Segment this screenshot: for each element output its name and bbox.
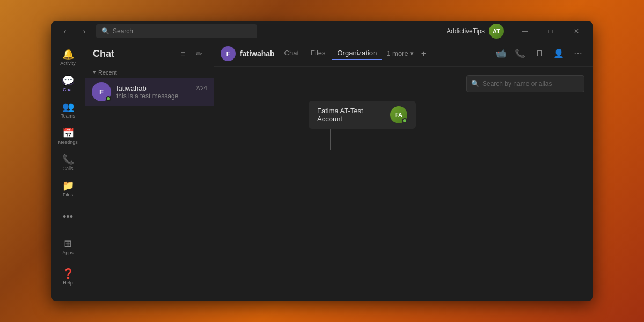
video-call-button[interactable]: 📹 [492,45,509,62]
maximize-button[interactable]: □ [538,21,563,41]
audio-call-button[interactable]: 📞 [511,45,529,62]
header-contact-avatar: F [221,46,236,61]
recent-section-header[interactable]: ▾ Recent [85,67,214,78]
activity-icon: 🔔 [62,49,74,59]
sidebar-item-meetings[interactable]: 📅 Meetings [54,124,82,149]
chat-list-header: Chat ≡ ✏ [85,41,214,67]
title-bar: ‹ › 🔍 Search AddictiveTips AT — □ ✕ [51,21,593,41]
chat-preview: this is a test message [116,92,207,100]
chevron-down-icon: ▾ [410,49,414,57]
sidebar-item-files[interactable]: 📁 Files [54,177,82,202]
sidebar-label-activity: Activity [60,61,76,66]
org-card-name: Fatima AT-Test Account [317,107,384,123]
chat-avatar-fatiwahab: F [92,82,111,101]
search-bar[interactable]: 🔍 Search [96,24,257,38]
tab-organization[interactable]: Organization [332,47,383,60]
meetings-icon: 📅 [62,128,74,138]
sidebar-label-apps: Apps [62,250,74,255]
sidebar-label-teams: Teams [61,113,75,119]
tab-more-label: 1 more [386,49,408,57]
more-icon: ••• [63,211,73,223]
user-avatar[interactable]: AT [489,24,504,39]
search-icon: 🔍 [101,27,109,35]
search-by-name-input[interactable]: 🔍 Search by name or alias [466,75,584,92]
title-bar-right: AddictiveTips AT — □ ✕ [447,21,589,41]
sidebar-label-help: Help [63,280,73,286]
content-area: F fatiwahab Chat Files Organization 1 mo… [214,41,593,301]
main-layout: 🔔 Activity 💬 Chat 👥 Teams 📅 Meetings 📞 C… [51,41,593,301]
chat-header-left: F fatiwahab Chat Files Organization 1 mo… [221,46,429,61]
files-icon: 📁 [62,181,74,191]
chat-name: fatiwahab [116,84,147,92]
chat-date: 2/24 [196,85,207,91]
org-status-indicator [402,118,407,123]
forward-button[interactable]: › [77,24,92,39]
teams-icon: 👥 [62,102,74,112]
chat-list-actions: ≡ ✏ [176,47,206,61]
header-contact-name: fatiwahab [240,49,275,58]
close-button[interactable]: ✕ [564,21,589,41]
sidebar: 🔔 Activity 💬 Chat 👥 Teams 📅 Meetings 📞 C… [51,41,85,301]
sidebar-bottom: ••• ⊞ Apps ❓ Help [54,203,82,296]
new-chat-button[interactable]: ✏ [192,47,206,61]
sidebar-label-chat: Chat [63,87,73,92]
sidebar-label-files: Files [63,192,73,197]
filter-button[interactable]: ≡ [176,47,190,61]
organization-content: 🔍 Search by name or alias Fatima AT-Test… [214,67,593,301]
chat-avatar-initials: F [99,88,104,96]
sidebar-item-apps[interactable]: ⊞ Apps [54,233,82,261]
sidebar-label-meetings: Meetings [58,140,78,145]
chat-header-actions: 📹 📞 🖥 👤 ⋯ [492,45,587,62]
more-options-button[interactable]: ⋯ [569,45,587,62]
chat-header: F fatiwahab Chat Files Organization 1 mo… [214,41,593,67]
org-tree-line [330,129,331,150]
tab-chat[interactable]: Chat [279,47,304,60]
apps-icon: ⊞ [64,239,72,248]
user-name-label: AddictiveTips [447,27,485,35]
org-avatar-initials: FA [395,112,402,118]
sidebar-item-activity[interactable]: 🔔 Activity [54,45,82,70]
help-icon: ❓ [62,269,74,279]
tab-more[interactable]: 1 more ▾ [383,47,416,60]
back-button[interactable]: ‹ [57,24,72,39]
sidebar-item-teams[interactable]: 👥 Teams [54,98,82,123]
chat-icon: 💬 [62,75,74,86]
sidebar-item-more[interactable]: ••• [54,203,82,231]
search-by-name-placeholder: Search by name or alias [482,80,552,87]
chevron-down-icon: ▾ [93,69,96,76]
tab-files[interactable]: Files [305,47,331,60]
screenshare-button[interactable]: 🖥 [531,45,548,62]
sidebar-label-calls: Calls [62,166,73,171]
org-avatar: FA [390,106,407,123]
calls-icon: 📞 [62,155,74,164]
sidebar-item-calls[interactable]: 📞 Calls [54,150,82,175]
chat-list-panel: Chat ≡ ✏ ▾ Recent F fatiwahab 2/24 [85,41,214,301]
search-label: Search [113,27,133,35]
chat-tabs: Chat Files Organization 1 more ▾ + [279,47,429,61]
chat-item-fatiwahab[interactable]: F fatiwahab 2/24 this is a test message [85,78,214,106]
window-controls: — □ ✕ [513,21,589,41]
sidebar-item-help[interactable]: ❓ Help [54,263,82,291]
org-card-fatima: Fatima AT-Test Account FA [309,101,416,129]
minimize-button[interactable]: — [513,21,537,41]
search-icon: 🔍 [471,80,479,87]
sidebar-item-chat[interactable]: 💬 Chat [54,71,82,97]
online-status-indicator [106,96,111,101]
title-bar-left: ‹ › 🔍 Search [57,24,257,39]
recent-label: Recent [98,69,117,76]
chat-name-row: fatiwahab 2/24 [116,84,207,92]
teams-window: ‹ › 🔍 Search AddictiveTips AT — □ ✕ 🔔 Ac… [51,21,593,301]
add-tab-button[interactable]: + [418,47,429,61]
chat-panel-title: Chat [93,48,114,60]
chat-info: fatiwahab 2/24 this is a test message [116,84,207,100]
people-button[interactable]: 👤 [550,45,567,62]
